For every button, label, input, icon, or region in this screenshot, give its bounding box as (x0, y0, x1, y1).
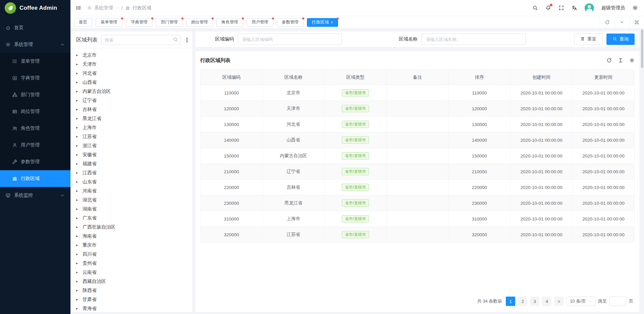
page-button-1[interactable]: 1 (506, 297, 515, 306)
refresh-tab-button[interactable] (600, 16, 614, 28)
tree-item[interactable]: ▸广东省 (76, 213, 188, 223)
page-button-4[interactable]: 4 (542, 297, 551, 306)
table-row[interactable]: 210000辽宁省省市/直辖市2100002020-10-01 00:00:00… (201, 164, 635, 180)
page-button-3[interactable]: 3 (530, 297, 539, 306)
monitor-icon (5, 193, 11, 198)
filter-code-input[interactable] (238, 34, 342, 45)
table-row[interactable]: 310000上海市省市/直辖市3100002020-10-01 00:00:00… (201, 211, 635, 227)
sidebar-item-menu-mgmt[interactable]: 菜单管理 (0, 53, 70, 70)
tree-item[interactable]: ▸河北省 (76, 69, 188, 78)
tab-部门管理[interactable]: 部门管理 (156, 18, 183, 27)
column-header[interactable]: 区域名称 (262, 70, 324, 85)
query-button[interactable]: 查询 (606, 34, 635, 45)
page-size-select[interactable]: 10 条/页 (566, 297, 595, 306)
notifications-button[interactable] (545, 5, 551, 11)
user-name[interactable]: 超级管理员 (601, 5, 625, 11)
sidebar-item-monitor[interactable]: 系统监控 (0, 187, 70, 204)
next-page-button[interactable]: > (554, 297, 564, 306)
tree-item[interactable]: ▸内蒙古自治区 (76, 87, 188, 96)
table-row[interactable]: 320000江苏省省市/直辖市3200002020-10-01 00:00:00… (201, 227, 635, 243)
tree-item[interactable]: ▸安徽省 (76, 150, 188, 159)
tab-menu-button[interactable] (614, 16, 629, 28)
sidebar-item-home[interactable]: 首页 (0, 19, 70, 36)
tab-首页[interactable]: 首页 (74, 18, 92, 27)
row-height-button[interactable] (618, 58, 623, 63)
reset-button[interactable]: 重置 (574, 34, 602, 45)
tree-item[interactable]: ▸福建省 (76, 159, 188, 168)
jump-page-input[interactable] (609, 297, 626, 306)
table-row[interactable]: 130000河北省省市/直辖市1300002020-10-01 00:00:00… (201, 117, 635, 132)
column-header[interactable]: 排序 (448, 70, 511, 85)
sidebar-item-user-mgmt[interactable]: 用户管理 (0, 137, 70, 153)
tree-item[interactable]: ▸西藏自治区 (76, 277, 188, 286)
tree-item[interactable]: ▸甘肃省 (76, 295, 188, 304)
tree-item[interactable]: ▸四川省 (76, 250, 188, 259)
app-logo[interactable]: Coffee Admin (0, 0, 70, 16)
tree-item[interactable]: ▸江西省 (76, 168, 188, 177)
tree-item[interactable]: ▸陕西省 (76, 286, 188, 295)
column-settings-button[interactable] (629, 58, 635, 63)
table-row[interactable]: 110000北京市省市/直辖市1100002020-10-01 00:00:00… (201, 85, 635, 101)
tab-岗位管理[interactable]: 岗位管理 (186, 18, 213, 27)
sidebar-item-role-mgmt[interactable]: 角色管理 (0, 120, 70, 137)
translate-icon[interactable] (572, 5, 577, 11)
more-options-icon[interactable]: ⋮ (184, 37, 188, 44)
table-row[interactable]: 120000天津市省市/直辖市1200002020-10-01 00:00:00… (201, 101, 635, 117)
tree-item[interactable]: ▸浙江省 (76, 141, 188, 150)
refresh-table-button[interactable] (606, 58, 612, 63)
tree-item[interactable]: ▸山东省 (76, 177, 188, 186)
breadcrumb-level1[interactable]: 系统管理 (94, 5, 113, 11)
tree-item[interactable]: ▸贵州省 (76, 259, 188, 268)
filter-name-input[interactable] (422, 34, 526, 45)
tree-item[interactable]: ▸河南省 (76, 186, 188, 195)
tree-item[interactable]: ▸湖南省 (76, 204, 188, 213)
table-row[interactable]: 230000黑龙江省省市/直辖市2300002020-10-01 00:00:0… (201, 195, 635, 211)
table-row[interactable]: 220000吉林省省市/直辖市2200002020-10-01 00:00:00… (201, 180, 635, 195)
sidebar-item-dict-mgmt[interactable]: 字典管理 (0, 70, 70, 86)
search-icon[interactable] (173, 37, 178, 43)
tree-item[interactable]: ▸广西壮族自治区 (76, 223, 188, 232)
tree-item[interactable]: ▸天津市 (76, 60, 188, 69)
column-header[interactable]: 区域类型 (324, 70, 386, 85)
tree-item[interactable]: ▸辽宁省 (76, 96, 188, 105)
tab-行政区域[interactable]: 行政区域× (307, 18, 338, 27)
scrollbar-thumb[interactable] (641, 29, 643, 68)
tree-item[interactable]: ▸海南省 (76, 232, 188, 241)
sidebar-item-param-mgmt[interactable]: 参数管理 (0, 153, 70, 170)
page-button-2[interactable]: 2 (518, 297, 527, 306)
tree-item[interactable]: ▸江苏省 (76, 132, 188, 141)
tab-字典管理[interactable]: 字典管理 (126, 18, 153, 27)
search-icon[interactable] (532, 5, 538, 11)
close-icon[interactable]: × (331, 20, 333, 24)
tree-item[interactable]: ▸重庆市 (76, 241, 188, 250)
column-header[interactable]: 区域编码 (201, 70, 263, 85)
tab-参数管理[interactable]: 参数管理 (277, 18, 304, 27)
tree-item[interactable]: ▸吉林省 (76, 105, 188, 114)
sidebar-item-post-mgmt[interactable]: 岗位管理 (0, 103, 70, 120)
tree-item[interactable]: ▸青海省 (76, 304, 188, 312)
cell-created: 2020-10-01 00:00:00 (511, 211, 573, 227)
sidebar-item-dept-mgmt[interactable]: 部门管理 (0, 86, 70, 103)
tab-角色管理[interactable]: 角色管理 (216, 18, 243, 27)
fullscreen-icon[interactable] (558, 5, 564, 11)
tree-search-input[interactable] (101, 35, 181, 45)
column-header[interactable]: 更新时间 (573, 70, 635, 85)
table-row[interactable]: 140000山西省省市/直辖市1400002020-10-01 00:00:00… (201, 132, 635, 148)
tree-item[interactable]: ▸黑龙江省 (76, 114, 188, 123)
column-header[interactable]: 备注 (386, 70, 448, 85)
settings-gear-icon[interactable] (632, 5, 638, 11)
page-scrollbar[interactable] (641, 0, 644, 314)
tree-item[interactable]: ▸湖北省 (76, 195, 188, 204)
avatar[interactable] (585, 3, 594, 13)
tree-item[interactable]: ▸上海市 (76, 123, 188, 132)
tree-item[interactable]: ▸云南省 (76, 268, 188, 277)
tab-菜单管理[interactable]: 菜单管理 (96, 18, 122, 27)
sidebar-item-region[interactable]: 行政区域 (0, 170, 70, 187)
column-header[interactable]: 创建时间 (511, 70, 573, 85)
collapse-sidebar-icon[interactable] (76, 5, 82, 11)
sidebar-item-system[interactable]: 系统管理 (0, 36, 70, 53)
table-row[interactable]: 150000内蒙古自治区省市/直辖市1500002020-10-01 00:00… (201, 148, 635, 164)
tree-item[interactable]: ▸北京市 (76, 51, 188, 60)
tree-item[interactable]: ▸山西省 (76, 78, 188, 87)
tab-用户管理[interactable]: 用户管理 (247, 18, 273, 27)
